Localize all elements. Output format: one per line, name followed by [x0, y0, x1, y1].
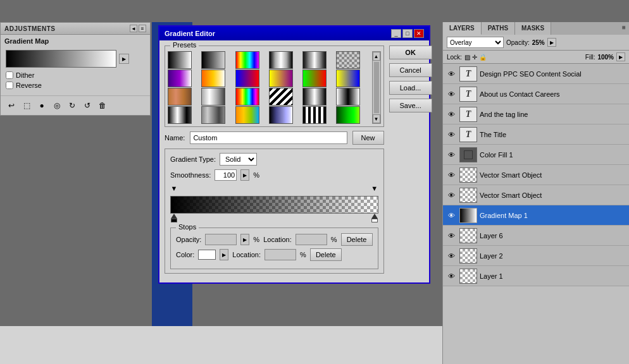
- layer-visibility-tagline[interactable]: 👁: [445, 109, 457, 120]
- preset-swatch-14[interactable]: [201, 88, 225, 106]
- gradient-preview[interactable]: [6, 50, 116, 68]
- scroll-thumb[interactable]: [374, 62, 379, 113]
- preset-swatch-19[interactable]: [168, 106, 192, 124]
- layer-visibility-color-fill[interactable]: 👁: [445, 149, 457, 161]
- opacity-arrow[interactable]: ▶: [547, 38, 556, 47]
- layer-visibility-layer2[interactable]: 👁: [445, 250, 457, 262]
- preset-swatch-7[interactable]: [168, 70, 192, 87]
- preset-swatch-15[interactable]: [235, 88, 259, 106]
- gradient-type-select[interactable]: Solid Noise: [220, 153, 257, 166]
- smoothness-input[interactable]: [215, 169, 237, 181]
- preset-swatch-6[interactable]: [336, 51, 360, 69]
- layer-item-tagline[interactable]: 👁 T And the tag line: [443, 104, 629, 124]
- color-swatch[interactable]: [198, 250, 216, 260]
- ok-button[interactable]: OK: [389, 46, 432, 59]
- tab-layers[interactable]: LAYERS: [443, 22, 482, 35]
- preset-swatch-11[interactable]: [302, 70, 327, 87]
- color-stop-right[interactable]: [371, 214, 378, 222]
- opacity-label: Opacity:: [506, 39, 530, 46]
- layer-visibility-about[interactable]: 👁: [445, 88, 457, 100]
- lock-padlock-icon[interactable]: 🔒: [479, 54, 487, 61]
- opacity-stop-input[interactable]: [205, 234, 237, 245]
- load-button[interactable]: Load...: [389, 81, 432, 95]
- preset-swatch-13[interactable]: [168, 88, 192, 106]
- layer-item-about[interactable]: 👁 T About us Contact Careers: [443, 84, 629, 104]
- dither-checkbox[interactable]: [6, 71, 13, 79]
- name-input[interactable]: [190, 131, 347, 144]
- lock-checkerboard-icon[interactable]: ▨: [464, 54, 470, 61]
- opacity-delete-btn[interactable]: Delete: [341, 233, 373, 246]
- undo-icon[interactable]: ↺: [82, 100, 93, 111]
- layer-visibility-layer1[interactable]: 👁: [445, 270, 457, 282]
- panel-minimize-btn[interactable]: ◄: [130, 25, 137, 32]
- color-step-btn[interactable]: ▶: [220, 249, 228, 260]
- layer-item-vector-2[interactable]: 👁 Vector Smart Object: [443, 185, 629, 205]
- layer-visibility-layer6[interactable]: 👁: [445, 230, 457, 241]
- presets-scrollbar[interactable]: ▲ ▼: [372, 51, 381, 124]
- stop-body-left: [171, 219, 177, 222]
- opacity-stop-left[interactable]: ▼: [170, 185, 178, 192]
- panel-menu-btn[interactable]: ≡: [139, 25, 146, 32]
- dialog-close-btn[interactable]: ✕: [414, 29, 424, 38]
- layer-item-layer2[interactable]: 👁 Layer 2: [443, 246, 629, 266]
- fill-arrow[interactable]: ▶: [616, 52, 625, 61]
- preset-swatch-5[interactable]: [302, 51, 327, 69]
- preset-swatch-16[interactable]: [269, 88, 293, 106]
- preset-swatch-4[interactable]: [269, 51, 293, 69]
- layer-item-gradient-map[interactable]: 👁 Gradient Map 1: [443, 205, 629, 226]
- opacity-stop-right[interactable]: ▼: [371, 185, 378, 192]
- preset-swatch-23[interactable]: [302, 106, 327, 124]
- color-delete-btn[interactable]: Delete: [310, 248, 342, 261]
- layers-panel-options[interactable]: ≡: [619, 22, 629, 32]
- layer-visibility-vector-2[interactable]: 👁: [445, 190, 457, 201]
- preset-swatch-24[interactable]: [336, 106, 360, 124]
- layer-visibility-vector-1[interactable]: 👁: [445, 169, 457, 181]
- opacity-step-btn[interactable]: ▶: [240, 234, 249, 245]
- circle-icon[interactable]: ●: [36, 100, 47, 111]
- cancel-button[interactable]: Cancel: [389, 63, 432, 77]
- layer-item-design[interactable]: 👁 T Design PPC SEO Content Social: [443, 64, 629, 84]
- preset-swatch-9[interactable]: [235, 70, 259, 87]
- layer-icon[interactable]: ⬚: [21, 100, 32, 111]
- preset-swatch-10[interactable]: [269, 70, 293, 87]
- layer-item-color-fill[interactable]: 👁 Color Fill 1: [443, 145, 629, 165]
- lock-move-icon[interactable]: ✛: [472, 54, 477, 61]
- layer-item-layer1[interactable]: 👁 Layer 1: [443, 266, 629, 286]
- layer-visibility-gradient-map[interactable]: 👁: [445, 210, 457, 221]
- gradient-bar[interactable]: [170, 196, 378, 214]
- layer-item-vector-1[interactable]: 👁 Vector Smart Object: [443, 165, 629, 185]
- preset-swatch-8[interactable]: [201, 70, 225, 87]
- back-icon[interactable]: ↩: [6, 100, 17, 111]
- preset-swatch-20[interactable]: [201, 106, 225, 124]
- preset-swatch-18[interactable]: [336, 88, 360, 106]
- preset-swatch-17[interactable]: [302, 88, 327, 106]
- color-location-input[interactable]: [265, 249, 296, 260]
- layer-visibility-design[interactable]: 👁: [445, 68, 457, 80]
- tab-paths[interactable]: PATHS: [482, 22, 515, 35]
- scroll-down-arrow[interactable]: ▼: [373, 114, 380, 123]
- gradient-dropdown-arrow[interactable]: ▶: [119, 54, 129, 64]
- preset-swatch-12[interactable]: [336, 70, 360, 87]
- reverse-checkbox[interactable]: [6, 82, 13, 89]
- opacity-location-input[interactable]: [296, 234, 327, 245]
- preset-swatch-22[interactable]: [269, 106, 293, 124]
- blend-mode-select[interactable]: Overlay Normal Multiply: [447, 37, 504, 48]
- dialog-restore-btn[interactable]: □: [402, 29, 413, 38]
- scroll-up-arrow[interactable]: ▲: [373, 52, 380, 61]
- eye-icon[interactable]: ◎: [51, 100, 63, 111]
- color-stop-left[interactable]: [170, 214, 178, 222]
- preset-swatch-21[interactable]: [235, 106, 259, 124]
- smoothness-step-btn[interactable]: ▶: [240, 169, 249, 181]
- preset-swatch-1[interactable]: [168, 51, 192, 69]
- trash-icon[interactable]: 🗑: [97, 100, 108, 111]
- tab-masks[interactable]: MASKS: [515, 22, 551, 35]
- layer-visibility-title[interactable]: 👁: [445, 129, 457, 140]
- dialog-minimize-btn[interactable]: _: [391, 29, 401, 38]
- rotate-icon[interactable]: ↻: [66, 100, 78, 111]
- layer-item-layer6[interactable]: 👁 Layer 6: [443, 226, 629, 246]
- preset-swatch-2[interactable]: [201, 51, 225, 69]
- preset-swatch-3[interactable]: [235, 51, 259, 69]
- new-button[interactable]: New: [352, 131, 384, 145]
- layer-item-title[interactable]: 👁 T The Title: [443, 124, 629, 145]
- save-button[interactable]: Save...: [389, 99, 432, 112]
